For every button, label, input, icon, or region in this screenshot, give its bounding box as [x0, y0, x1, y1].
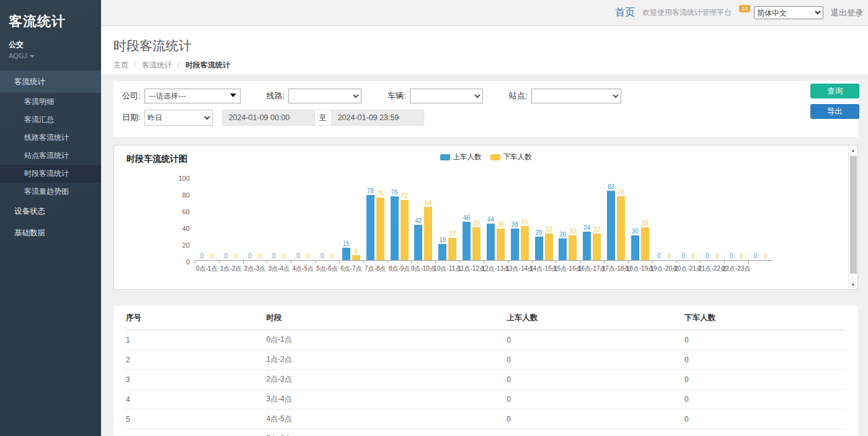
y-axis-tick-label: 20: [182, 242, 190, 249]
table-row: 10点-1点00: [126, 330, 846, 350]
bar-value-label: 0: [730, 253, 733, 259]
home-link[interactable]: 首页: [615, 6, 635, 19]
company-select[interactable]: ---请选择---: [144, 89, 241, 103]
table-cell: 0: [507, 409, 684, 429]
table-cell: 0: [684, 370, 846, 390]
bar: [545, 233, 553, 260]
station-label: 站点:: [509, 90, 528, 102]
x-axis-tick-label: 6点-7点: [340, 264, 361, 273]
date-label: 日期:: [122, 112, 141, 123]
language-select[interactable]: 简体中文: [754, 6, 823, 19]
vehicle-label: 车辆:: [388, 90, 406, 102]
chart-panel: 时段车流统计图 上车人数下车人数 020406080100 0000000000…: [113, 145, 858, 290]
scrollbar-thumb[interactable]: [850, 156, 857, 274]
sidebar-item-link[interactable]: 时段客流统计: [0, 165, 101, 183]
legend-label: 下车人数: [503, 152, 532, 162]
sidebar-item-link[interactable]: 线路客流统计: [0, 129, 101, 147]
table-cell: 2点-3点: [266, 370, 507, 390]
y-axis-tick-label: 40: [182, 225, 190, 232]
date-preset-select[interactable]: 昨日: [144, 110, 213, 126]
bar-value-label: 0: [706, 253, 709, 259]
bar: [641, 227, 649, 260]
chart-category-group: 3841: [508, 177, 532, 260]
logout-link[interactable]: 退出登录: [831, 7, 863, 19]
bar-value-label: 0: [321, 253, 324, 259]
bar: [463, 222, 471, 260]
table-row: 54点-5点00: [126, 409, 846, 429]
line-select[interactable]: [288, 89, 361, 103]
sidebar-item-section[interactable]: 基础数据: [0, 222, 101, 244]
query-button[interactable]: 查询: [810, 84, 859, 98]
sidebar-item-link[interactable]: 客流汇总: [0, 111, 101, 129]
time-slot-table: 序号时段上车人数下车人数 10点-1点0021点-2点0032点-3点0043点…: [126, 305, 846, 436]
bar: [593, 233, 601, 260]
bar: [583, 232, 591, 260]
bar-value-label: 0: [754, 253, 758, 259]
chart-scrollbar[interactable]: ▲ ▼: [848, 146, 857, 289]
bar-value-label: 0: [200, 253, 204, 259]
bar: [631, 235, 639, 261]
chart-category-group: 00: [724, 177, 748, 260]
x-axis-tick-label: 22点-23点: [722, 264, 751, 273]
x-axis-tick-label: 8点-9点: [389, 264, 410, 273]
date-start-input[interactable]: [222, 110, 315, 126]
table-body: 10点-1点0021点-2点0032点-3点0043点-4点0054点-5点00…: [126, 330, 846, 436]
bar-value-label: 0: [306, 253, 310, 259]
sidebar-item-section[interactable]: 设备状态: [0, 201, 101, 222]
bar-value-label: 41: [521, 219, 528, 225]
breadcrumb-home[interactable]: 主页: [113, 61, 128, 69]
line-label: 线路:: [267, 90, 285, 102]
table-row: 65点-6点00: [126, 429, 846, 436]
scroll-up-icon[interactable]: ▲: [849, 146, 857, 155]
table-cell: 0: [684, 429, 846, 436]
sidebar-item-link[interactable]: 站点客流统计: [0, 147, 101, 165]
data-table-panel: 序号时段上车人数下车人数 10点-1点0021点-2点0032点-3点0043点…: [113, 305, 858, 436]
chart-category-group: 2630: [556, 177, 580, 260]
vehicle-select[interactable]: [410, 89, 483, 103]
table-cell: 5点-6点: [266, 429, 507, 436]
bar-value-label: 32: [593, 226, 600, 233]
y-axis-tick-label: 60: [182, 208, 190, 216]
table-column-header: 序号: [126, 305, 266, 330]
bar-value-label: 0: [282, 253, 286, 259]
legend-item[interactable]: 上车人数: [440, 152, 482, 162]
chart-category-group: 00: [748, 177, 773, 260]
table-cell: 0: [684, 330, 846, 350]
export-button[interactable]: 导出: [810, 104, 859, 119]
date-end-input[interactable]: [331, 110, 424, 126]
sidebar-item-link[interactable]: 客流量趋势图: [0, 183, 101, 201]
chart-category-group: 1927: [435, 177, 459, 260]
bar: [559, 238, 567, 260]
scroll-down-icon[interactable]: ▼: [849, 280, 857, 289]
table-header-row: 序号时段上车人数下车人数: [126, 305, 846, 330]
legend-item[interactable]: 下车人数: [490, 152, 532, 162]
bar-value-label: 0: [210, 253, 214, 259]
x-axis-tick-label: 9点-10点: [411, 264, 436, 273]
table-cell: 2: [126, 350, 266, 370]
sidebar-item-section[interactable]: 客流统计: [0, 71, 101, 93]
caret-down-icon: [30, 55, 35, 58]
breadcrumb-section[interactable]: 客流统计: [142, 61, 172, 69]
bar: [448, 238, 456, 260]
bar-value-label: 83: [608, 183, 614, 190]
chart-x-axis-labels: 0点-1点1点-2点2点-3点3点-4点4点-5点5点-6点6点-7点7点-8点…: [195, 264, 773, 274]
bar: [535, 237, 543, 260]
bar: [487, 224, 495, 260]
breadcrumb-current: 时段客流统计: [185, 61, 230, 69]
chart-title: 时段车流统计图: [126, 154, 187, 164]
table-row: 32点-3点00: [126, 370, 846, 390]
bar: [569, 235, 577, 261]
bar-value-label: 78: [367, 188, 374, 194]
bar-value-label: 72: [401, 193, 407, 199]
station-select[interactable]: [531, 89, 621, 103]
sidebar-item-link[interactable]: 客流明细: [0, 93, 101, 111]
table-cell: 0: [507, 350, 684, 370]
bar-value-label: 0: [691, 253, 695, 259]
chart-category-group: 00: [243, 177, 267, 260]
org-selector[interactable]: AQGJ: [9, 52, 92, 59]
bar-value-label: 6: [355, 248, 358, 255]
table-cell: 0: [507, 390, 684, 409]
bar-value-label: 0: [234, 253, 237, 259]
table-column-header: 上车人数: [507, 305, 684, 330]
bar-value-label: 15: [343, 240, 350, 247]
